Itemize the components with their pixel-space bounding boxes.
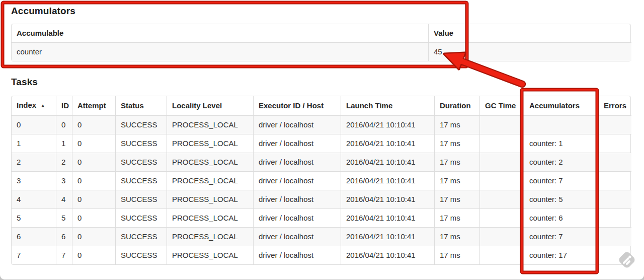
cell-duration: 17 ms	[434, 227, 479, 246]
cell-locality_level: PROCESS_LOCAL	[167, 227, 253, 246]
tasks-section-title: Tasks	[11, 76, 631, 88]
table-row: counter45	[12, 42, 631, 61]
column-header-attempt[interactable]: Attempt	[72, 96, 115, 115]
cell-index: 1	[12, 134, 56, 153]
cell-gc_time	[479, 246, 524, 264]
tasks-table-header-row: Index▲IDAttemptStatusLocality LevelExecu…	[12, 96, 631, 115]
cell-errors	[598, 115, 631, 134]
cell-accumulators: counter: 5	[524, 190, 598, 208]
column-header-value: Value	[428, 24, 631, 42]
cell-id: 4	[56, 190, 72, 208]
cell-executor_id_host: driver / localhost	[253, 153, 341, 171]
cell-accumulators: counter: 7	[524, 171, 598, 190]
cell-accumulators: counter: 1	[524, 134, 598, 153]
cell-executor_id_host: driver / localhost	[253, 208, 341, 227]
cell-executor_id_host: driver / localhost	[253, 134, 341, 153]
cell-gc_time	[479, 134, 524, 153]
cell-launch_time: 2016/04/21 10:10:41	[341, 171, 434, 190]
cell-executor_id_host: driver / localhost	[253, 171, 341, 190]
table-row: 000SUCCESSPROCESS_LOCALdriver / localhos…	[12, 115, 631, 134]
cell-locality_level: PROCESS_LOCAL	[167, 190, 253, 208]
table-row: 110SUCCESSPROCESS_LOCALdriver / localhos…	[12, 134, 631, 153]
column-header-locality_level[interactable]: Locality Level	[167, 96, 253, 115]
cell-status: SUCCESS	[115, 208, 167, 227]
cell-status: SUCCESS	[115, 246, 167, 264]
cell-index: 6	[12, 227, 56, 246]
cell-status: SUCCESS	[115, 171, 167, 190]
cell-accumulators: counter: 17	[524, 246, 598, 264]
cell-id: 1	[56, 134, 72, 153]
cell-accumulators	[524, 115, 598, 134]
cell-attempt: 0	[72, 134, 115, 153]
cell-launch_time: 2016/04/21 10:10:41	[341, 246, 434, 264]
cell-errors	[598, 134, 631, 153]
column-header-errors[interactable]: Errors	[598, 96, 631, 115]
cell-errors	[598, 246, 631, 264]
cell-locality_level: PROCESS_LOCAL	[167, 208, 253, 227]
cell-attempt: 0	[72, 171, 115, 190]
column-header-accumulators[interactable]: Accumulators	[524, 96, 598, 115]
cell-locality_level: PROCESS_LOCAL	[167, 246, 253, 264]
cell-accumulators: counter: 2	[524, 153, 598, 171]
cell-gc_time	[479, 208, 524, 227]
table-row: 550SUCCESSPROCESS_LOCALdriver / localhos…	[12, 208, 631, 227]
cell-launch_time: 2016/04/21 10:10:41	[341, 115, 434, 134]
cell-attempt: 0	[72, 153, 115, 171]
cell-executor_id_host: driver / localhost	[253, 227, 341, 246]
cell-id: 5	[56, 208, 72, 227]
cell-index: 7	[12, 246, 56, 264]
cell-launch_time: 2016/04/21 10:10:41	[341, 153, 434, 171]
cell-launch_time: 2016/04/21 10:10:41	[341, 208, 434, 227]
cell-errors	[598, 208, 631, 227]
column-header-executor_id_host[interactable]: Executor ID / Host	[253, 96, 341, 115]
cell-duration: 17 ms	[434, 208, 479, 227]
cell-attempt: 0	[72, 246, 115, 264]
table-row: 330SUCCESSPROCESS_LOCALdriver / localhos…	[12, 171, 631, 190]
column-header-index[interactable]: Index▲	[12, 96, 56, 115]
cell-index: 3	[12, 171, 56, 190]
tasks-table: Index▲IDAttemptStatusLocality LevelExecu…	[11, 96, 631, 265]
table-row: 660SUCCESSPROCESS_LOCALdriver / localhos…	[12, 227, 631, 246]
cell-launch_time: 2016/04/21 10:10:41	[341, 190, 434, 208]
table-row: 440SUCCESSPROCESS_LOCALdriver / localhos…	[12, 190, 631, 208]
cell-accumulators: counter: 6	[524, 208, 598, 227]
cell-status: SUCCESS	[115, 115, 167, 134]
column-header-duration[interactable]: Duration	[434, 96, 479, 115]
cell-errors	[598, 171, 631, 190]
cell-status: SUCCESS	[115, 134, 167, 153]
cell-index: 4	[12, 190, 56, 208]
column-header-id[interactable]: ID	[56, 96, 72, 115]
cell-gc_time	[479, 171, 524, 190]
cell-duration: 17 ms	[434, 153, 479, 171]
cell-attempt: 0	[72, 115, 115, 134]
cell-launch_time: 2016/04/21 10:10:41	[341, 134, 434, 153]
accumulators-table: AccumulableValue counter45	[11, 24, 631, 61]
cell-attempt: 0	[72, 227, 115, 246]
column-header-gc_time[interactable]: GC Time	[479, 96, 524, 115]
cell-attempt: 0	[72, 190, 115, 208]
cell-value: 45	[428, 42, 631, 61]
cell-gc_time	[479, 227, 524, 246]
cell-errors	[598, 153, 631, 171]
cell-launch_time: 2016/04/21 10:10:41	[341, 227, 434, 246]
cell-index: 0	[12, 115, 56, 134]
cell-id: 7	[56, 246, 72, 264]
cell-status: SUCCESS	[115, 227, 167, 246]
cell-gc_time	[479, 190, 524, 208]
cell-locality_level: PROCESS_LOCAL	[167, 153, 253, 171]
cell-accumulators: counter: 7	[524, 227, 598, 246]
table-row: 220SUCCESSPROCESS_LOCALdriver / localhos…	[12, 153, 631, 171]
cell-status: SUCCESS	[115, 190, 167, 208]
cell-index: 5	[12, 208, 56, 227]
cell-id: 6	[56, 227, 72, 246]
cell-locality_level: PROCESS_LOCAL	[167, 134, 253, 153]
cell-accumulable: counter	[12, 42, 428, 61]
column-header-accumulable: Accumulable	[12, 24, 428, 42]
cell-id: 3	[56, 171, 72, 190]
column-header-launch_time[interactable]: Launch Time	[341, 96, 434, 115]
column-header-status[interactable]: Status	[115, 96, 167, 115]
cell-attempt: 0	[72, 208, 115, 227]
cell-id: 0	[56, 115, 72, 134]
cell-duration: 17 ms	[434, 134, 479, 153]
cell-locality_level: PROCESS_LOCAL	[167, 115, 253, 134]
